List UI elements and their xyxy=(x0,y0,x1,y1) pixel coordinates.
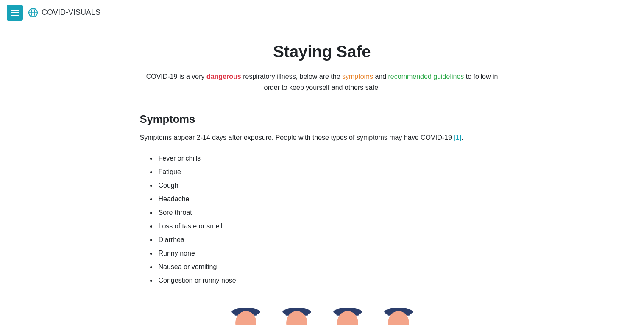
menu-line-1 xyxy=(11,10,19,11)
navbar: COVID-VISUALS xyxy=(0,0,644,25)
figure-3 xyxy=(331,304,365,325)
page-title: Staying Safe xyxy=(140,42,505,61)
intro-prefix: COVID-19 is a very xyxy=(146,73,206,80)
list-item: Diarrhea xyxy=(157,233,505,247)
symptoms-list: Fever or chillsFatigueCoughHeadacheSore … xyxy=(140,152,505,287)
list-item: Runny none xyxy=(157,247,505,260)
brand-link[interactable]: COVID-VISUALS xyxy=(28,8,100,18)
intro-middle: respiratory illness, below are the xyxy=(241,73,342,80)
brand-name: COVID-VISUALS xyxy=(42,8,100,17)
list-item: Headache xyxy=(157,192,505,206)
list-item: Fever or chills xyxy=(157,152,505,165)
intro-symptoms-word: symptoms xyxy=(342,73,373,80)
symptoms-description: Symptoms appear 2-14 days after exposure… xyxy=(140,132,505,143)
illustration-area xyxy=(140,304,505,325)
intro-dangerous: dangerous xyxy=(206,73,241,80)
figure-2 xyxy=(280,304,314,325)
menu-button[interactable] xyxy=(7,5,23,21)
list-item: Sore throat xyxy=(157,206,505,219)
menu-line-3 xyxy=(11,15,19,16)
list-item: Congestion or runny nose xyxy=(157,274,505,287)
main-content: Staying Safe COVID-19 is a very dangerou… xyxy=(131,25,513,325)
list-item: Fatigue xyxy=(157,165,505,179)
menu-line-2 xyxy=(11,12,19,13)
list-item: Nausea or vomiting xyxy=(157,260,505,274)
symptoms-section: Symptoms Symptoms appear 2-14 days after… xyxy=(140,113,505,287)
list-item: Loss of taste or smell xyxy=(157,219,505,233)
brand-icon xyxy=(28,8,38,18)
symptoms-desc-part1: Symptoms appear 2-14 days after exposure… xyxy=(140,134,454,141)
intro-paragraph: COVID-19 is a very dangerous respiratory… xyxy=(140,71,505,93)
figure-1 xyxy=(229,304,263,325)
list-item: Cough xyxy=(157,179,505,192)
ref-link[interactable]: [1] xyxy=(454,134,461,141)
intro-guidelines-word: recommended guidelines xyxy=(388,73,464,80)
symptoms-desc-part2: . xyxy=(461,134,463,141)
symptoms-heading: Symptoms xyxy=(140,113,505,125)
intro-and: and xyxy=(373,73,388,80)
figure-4 xyxy=(382,304,415,325)
